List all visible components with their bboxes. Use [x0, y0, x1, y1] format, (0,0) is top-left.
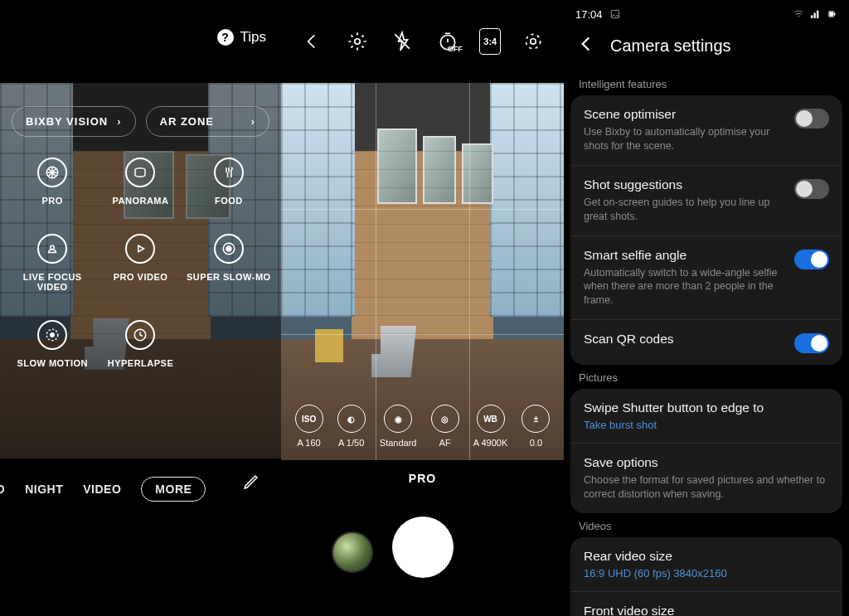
edit-modes-button[interactable]: [241, 472, 261, 495]
pro-controls: ISOA 160 ◐A 1/50 ◉Standard ◎AF WBA 4900K…: [281, 405, 564, 448]
section-intelligent: Intelligent features: [564, 71, 849, 95]
rail-item-photo[interactable]: TO: [0, 483, 5, 496]
shutter-button[interactable]: [392, 517, 454, 578]
row-shot-suggestions[interactable]: Shot suggestionsGet on-screen guides to …: [570, 165, 842, 235]
row-swipe-shutter[interactable]: Swipe Shutter button to edge toTake burs…: [570, 389, 842, 443]
mode-live-focus-video[interactable]: LIVE FOCUS VIDEO: [8, 234, 96, 292]
aspect-ratio-button[interactable]: 3:4: [479, 28, 501, 55]
rail-item-more[interactable]: MORE: [141, 477, 206, 502]
row-save-options[interactable]: Save optionsChoose the format for saved …: [570, 443, 842, 513]
mode-hyperlapse[interactable]: HYPERLAPSE: [96, 320, 184, 368]
wifi-icon: [793, 8, 804, 20]
mode-food[interactable]: FOOD: [185, 158, 273, 206]
dial-shutter[interactable]: ◐A 1/50: [337, 405, 366, 448]
status-bar: 17:04: [564, 0, 849, 25]
mode-grid: PRO PANORAMA FOOD LIVE FOCUS VIDEO PRO V…: [0, 158, 281, 368]
rail-item-night[interactable]: NIGHT: [25, 483, 63, 496]
svg-point-3: [226, 245, 232, 252]
section-pictures: Pictures: [564, 365, 849, 389]
mode-rail[interactable]: TO NIGHT VIDEO MORE: [0, 477, 281, 502]
battery-icon: [826, 8, 837, 20]
feature-pills: BIXBY VISION › AR ZONE ›: [0, 106, 281, 137]
tips-label: Tips: [240, 29, 267, 46]
svg-point-5: [50, 332, 55, 337]
aperture-icon: [37, 158, 67, 187]
settings-gear-icon[interactable]: [344, 28, 371, 55]
camera-pro-panel: OFF 3:4 ISOA 160 ◐A 1/50 ◉Standard ◎AF W…: [281, 0, 564, 616]
mode-super-slow-mo[interactable]: SUPER SLOW-MO: [185, 234, 273, 292]
image-icon: [609, 8, 621, 20]
svg-rect-17: [830, 12, 833, 17]
hyperlapse-icon: [125, 320, 155, 350]
timer-off-icon[interactable]: OFF: [434, 28, 461, 55]
metering-icon[interactable]: [520, 28, 546, 55]
card-intelligent: Scene optimiserUse Bixby to automaticall…: [570, 95, 842, 365]
toggle-scene-optimiser[interactable]: [794, 109, 829, 129]
slow-motion-icon: [37, 320, 67, 350]
help-icon: ?: [217, 29, 234, 46]
mode-panorama[interactable]: PANORAMA: [96, 158, 184, 206]
toggle-scan-qr[interactable]: [794, 333, 829, 353]
camera-more-panel: ? Tips BIXBY VISION › AR ZONE › PRO PANO…: [0, 0, 281, 616]
mode-pro[interactable]: PRO: [8, 158, 96, 206]
row-rear-video-size[interactable]: Rear video size16:9 UHD (60 fps) 3840x21…: [570, 537, 842, 591]
row-front-video-size[interactable]: Front video size16:9 UHD 3840x2160: [570, 591, 842, 616]
svg-rect-13: [611, 10, 619, 17]
chevron-right-icon: ›: [117, 115, 121, 128]
signal-icon: [809, 8, 821, 20]
bixby-vision-button[interactable]: BIXBY VISION ›: [12, 106, 136, 137]
svg-point-8: [355, 39, 361, 45]
dial-wb[interactable]: WBA 4900K: [473, 405, 508, 448]
rail-item-video[interactable]: VIDEO: [83, 483, 121, 496]
card-pictures: Swipe Shutter button to edge toTake burs…: [570, 389, 842, 513]
gallery-thumbnail[interactable]: [332, 531, 373, 573]
ar-zone-button[interactable]: AR ZONE ›: [146, 106, 270, 137]
settings-header: Camera settings: [564, 25, 849, 71]
row-smart-selfie-angle[interactable]: Smart selfie angleAutomatically switch t…: [570, 235, 842, 320]
flash-off-icon[interactable]: [389, 28, 415, 55]
page-title: Camera settings: [610, 36, 731, 56]
section-videos: Videos: [564, 513, 849, 537]
toggle-smart-selfie-angle[interactable]: [794, 250, 829, 269]
mode-pro-video[interactable]: PRO VIDEO: [96, 234, 184, 292]
panorama-icon: [125, 158, 155, 187]
live-focus-video-icon: [37, 234, 67, 264]
back-button[interactable]: [298, 28, 325, 55]
bottom-bar: TO NIGHT VIDEO MORE: [0, 458, 281, 616]
svg-point-12: [526, 34, 540, 48]
mode-slow-motion[interactable]: SLOW MOTION: [8, 320, 96, 368]
back-button[interactable]: [575, 33, 597, 58]
svg-marker-2: [138, 245, 144, 252]
tips-button[interactable]: ? Tips: [217, 29, 267, 46]
dial-iso[interactable]: ISOA 160: [295, 405, 323, 448]
viewfinder[interactable]: ISOA 160 ◐A 1/50 ◉Standard ◎AF WBA 4900K…: [281, 83, 564, 460]
dial-focus[interactable]: ◎AF: [431, 405, 459, 448]
dial-tone[interactable]: ◉Standard: [380, 405, 417, 448]
row-scene-optimiser[interactable]: Scene optimiserUse Bixby to automaticall…: [570, 95, 842, 165]
card-videos: Rear video size16:9 UHD (60 fps) 3840x21…: [570, 537, 842, 616]
svg-point-14: [613, 12, 614, 13]
pro-top-toolbar: OFF 3:4: [281, 0, 564, 83]
status-time: 17:04: [575, 8, 603, 21]
chevron-right-icon: ›: [251, 115, 255, 128]
camera-settings-panel: 17:04 Camera settings Intelligent featur…: [564, 0, 849, 616]
current-mode-label: PRO: [281, 472, 564, 485]
dial-ev[interactable]: ±0.0: [522, 405, 550, 448]
row-scan-qr[interactable]: Scan QR codes: [570, 319, 842, 365]
svg-point-11: [530, 39, 536, 45]
svg-rect-16: [834, 13, 835, 15]
food-icon: [214, 158, 244, 187]
pro-video-icon: [125, 234, 155, 264]
super-slowmo-icon: [214, 234, 244, 264]
pro-bottom-bar: PRO: [281, 460, 564, 616]
toggle-shot-suggestions[interactable]: [794, 179, 829, 199]
